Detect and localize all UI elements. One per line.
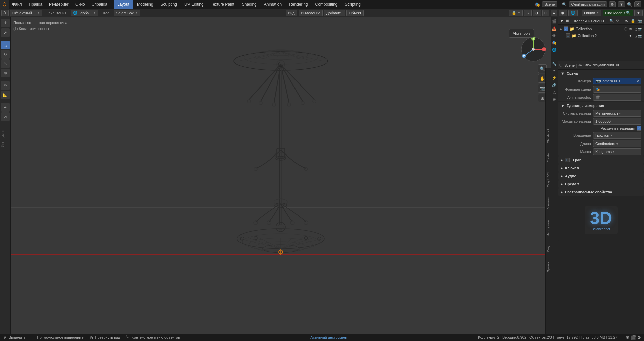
workspace-uv-editing[interactable]: UV Editing: [181, 0, 207, 9]
workspace-shading[interactable]: Shading: [238, 0, 260, 9]
x-close-icon[interactable]: ✕: [634, 1, 641, 7]
prop-tab-material[interactable]: ◉: [551, 96, 558, 102]
outliner-eye-icon[interactable]: 👁: [625, 19, 629, 23]
snap-dropdown[interactable]: 🔒▼: [509, 10, 523, 16]
item-eye-0[interactable]: 👁: [629, 27, 632, 31]
menu-help[interactable]: Справка: [88, 0, 111, 9]
transform-tool[interactable]: ⊕: [1, 69, 10, 77]
move-tool[interactable]: ⤢: [1, 28, 10, 37]
item-restrict-1[interactable]: ⬚: [634, 34, 637, 38]
outliner-add-icon[interactable]: +: [621, 19, 623, 23]
select-menu[interactable]: Выделение: [299, 10, 323, 16]
view-shading-matprev[interactable]: ◉: [559, 10, 567, 16]
audio-section-header[interactable]: ▶ Аудио: [558, 172, 644, 180]
prop-header-viewlayer-label[interactable]: Слой визуализации.001: [583, 63, 621, 67]
menu-edit[interactable]: Правка: [25, 0, 46, 9]
view-shading-wire[interactable]: □: [542, 10, 549, 16]
length-value[interactable]: Centimeters ▼: [593, 140, 641, 147]
viewport-gizmo[interactable]: Y X Z: [520, 36, 547, 63]
scale-tool[interactable]: ⤡: [1, 59, 10, 68]
prop-tab-world[interactable]: 🌐: [551, 46, 558, 53]
prop-tab-scene[interactable]: 🎭: [551, 39, 558, 46]
view-shading-render[interactable]: 🌐: [568, 10, 578, 16]
videoseq-value[interactable]: 🎬: [593, 94, 641, 101]
prop-tab-physics[interactable]: ⚡: [551, 74, 558, 81]
outliner-item-0[interactable]: ▶ ✓ 📁 Collection ⬡ 👁 ⬚ 📷: [558, 25, 644, 32]
status-icon3[interactable]: ⚙: [637, 335, 641, 340]
scene-section-header[interactable]: ▼ Сцена: [558, 70, 644, 77]
scene-name[interactable]: Scene: [542, 1, 557, 7]
select-box-dropdown[interactable]: Select Box ▼: [114, 10, 140, 16]
workspace-layout[interactable]: Layout: [114, 0, 133, 9]
annotate-tool[interactable]: ✏: [1, 81, 10, 90]
view-layer-name[interactable]: Слой визуализации: [569, 1, 607, 7]
prop-tab-render[interactable]: 🎬: [551, 18, 558, 25]
mass-value[interactable]: Kilograms ▼: [593, 148, 641, 155]
item-checkbox-0[interactable]: ✓: [564, 26, 568, 31]
proportional-editing[interactable]: ⊙: [524, 10, 532, 16]
find-models-icon2[interactable]: ▼: [634, 10, 643, 16]
prop-tab-constraints[interactable]: 🔗: [551, 81, 558, 88]
item-eye-1[interactable]: 👁: [629, 34, 632, 38]
custom-props-section-header[interactable]: ▶ Настраиваемые свойства: [558, 188, 644, 196]
outliner-item-1[interactable]: □ 📁 Collection 2 👁 ⬚ 📷: [558, 32, 644, 39]
view-overlay[interactable]: ◑: [533, 10, 541, 16]
menu-render[interactable]: Рендеринг: [46, 0, 72, 9]
outliner-display-icon[interactable]: ⊞: [566, 19, 569, 23]
view-menu[interactable]: Вид: [286, 10, 297, 16]
item-checkbox-1[interactable]: □: [566, 33, 570, 38]
select-tool[interactable]: ⬚: [1, 41, 10, 49]
rotate-tool[interactable]: ↻: [1, 50, 10, 59]
measure-tool[interactable]: 📐: [1, 91, 10, 99]
workspace-modeling[interactable]: Modeling: [133, 0, 157, 9]
prop-tab-object[interactable]: □: [551, 53, 558, 60]
menu-file[interactable]: Файл: [9, 0, 25, 9]
workspace-compositing[interactable]: Compositing: [312, 0, 341, 9]
item-camera-1[interactable]: 📷: [638, 34, 642, 38]
outliner-restrict-icon[interactable]: 🔒: [631, 19, 635, 23]
gravity-section-header[interactable]: ▶ □ Грав...: [558, 156, 644, 164]
status-icon1[interactable]: ⊞: [626, 335, 629, 340]
object-menu[interactable]: Объект: [346, 10, 364, 16]
workspace-scripting[interactable]: Scripting: [341, 0, 364, 9]
units-section-header[interactable]: ▼ Единицы измерения: [558, 102, 644, 109]
separate-units-checkbox[interactable]: ✓: [637, 126, 641, 131]
extra-tool[interactable]: ⊿: [1, 112, 10, 121]
status-icon2[interactable]: 🎬: [631, 335, 636, 340]
workspace-texture-paint[interactable]: Texture Paint: [208, 0, 238, 9]
display-options[interactable]: ⚙: [609, 1, 616, 7]
object-mode-dropdown[interactable]: Объектный ... ▼: [10, 10, 42, 16]
prop-tab-output[interactable]: 📤: [551, 25, 558, 32]
prop-header-scene-label[interactable]: Scene: [564, 63, 575, 67]
camera-value[interactable]: 📷 Camera.001 ✕: [593, 78, 641, 84]
outliner-filter-btn[interactable]: ▽: [616, 19, 619, 23]
view-shading-solid[interactable]: ●: [551, 10, 558, 16]
search-icon[interactable]: 🔍: [627, 2, 632, 7]
find-models-btn[interactable]: Find Models 🔍: [603, 10, 633, 16]
outliner-filter[interactable]: ▼: [618, 1, 625, 7]
prop-tab-modifier[interactable]: 🔧: [551, 60, 558, 67]
item-camera-0[interactable]: 📷: [638, 27, 642, 31]
camera-x-icon[interactable]: ✕: [636, 79, 639, 83]
draw-tool[interactable]: ✒: [1, 103, 10, 112]
rotation-value[interactable]: Градусы ▼: [593, 132, 641, 139]
unit-scale-value[interactable]: 1.000000: [593, 118, 641, 125]
prop-tab-particles[interactable]: ✦: [551, 67, 558, 74]
workspace-add[interactable]: +: [365, 0, 374, 9]
gravity-checkbox[interactable]: □: [565, 158, 570, 162]
viewport-3d[interactable]: Пользовательская перспектива (1) Коллекц…: [11, 17, 551, 334]
environment-section-header[interactable]: ▶ Среда т...: [558, 180, 644, 188]
prop-tab-view-layer[interactable]: 👁: [551, 32, 558, 39]
prop-tab-data[interactable]: △: [551, 89, 558, 95]
workspace-sculpting[interactable]: Sculpting: [157, 0, 180, 9]
unit-system-value[interactable]: Метрическая ▼: [593, 110, 641, 117]
workspace-rendering[interactable]: Rendering: [286, 0, 311, 9]
cursor-tool[interactable]: ✛: [1, 19, 10, 27]
outliner-render-icon[interactable]: 📷: [637, 19, 642, 23]
outliner-filter-icon[interactable]: ▼: [560, 19, 564, 23]
bg-scene-value[interactable]: 🎭: [593, 86, 641, 93]
orientation-global[interactable]: 🌐 Глоба... ▼: [71, 10, 98, 16]
keyframes-section-header[interactable]: ▶ Ключев...: [558, 164, 644, 172]
viewport-icon-btn[interactable]: ⬡: [1, 10, 9, 16]
menu-window[interactable]: Окно: [72, 0, 88, 9]
